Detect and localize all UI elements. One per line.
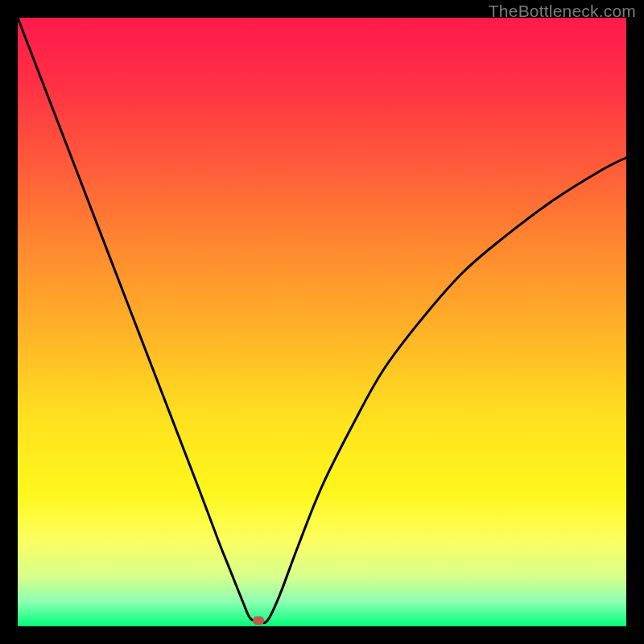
chart-frame: TheBottleneck.com xyxy=(0,0,644,644)
plot-area xyxy=(18,18,626,626)
curve-vertex-marker xyxy=(253,617,264,625)
bottleneck-curve xyxy=(18,18,626,626)
watermark-text: TheBottleneck.com xyxy=(489,2,636,21)
